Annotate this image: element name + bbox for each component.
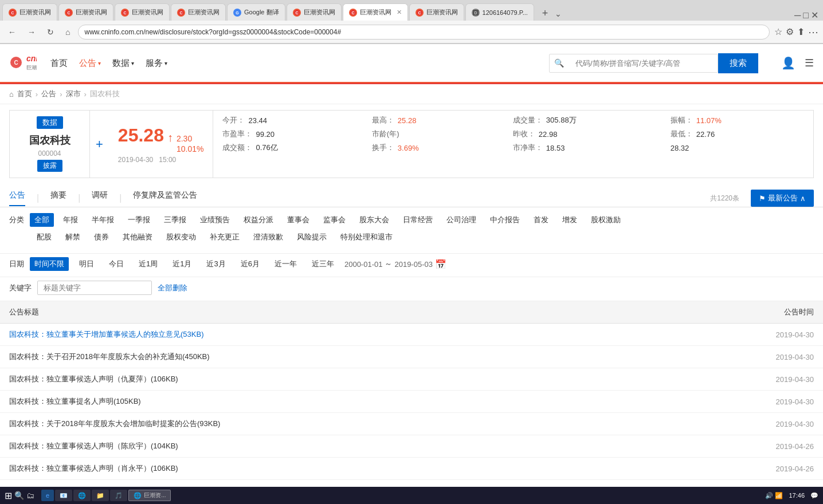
nav-service[interactable]: 服务 ▾ <box>146 58 167 69</box>
tab-suspend[interactable]: 停复牌及监管公告 <box>133 190 197 206</box>
cat-special[interactable]: 特别处理和退市 <box>336 230 397 244</box>
search-taskbar-icon[interactable]: 🔍 <box>14 491 24 500</box>
cat-all[interactable]: 全部 <box>30 213 54 227</box>
cat-ipo[interactable]: 首发 <box>529 213 553 227</box>
cat-q3[interactable]: 三季报 <box>159 213 191 227</box>
cat-clarification[interactable]: 澄清致歉 <box>249 230 288 244</box>
cat-equity-incentive[interactable]: 股权激励 <box>586 213 625 227</box>
date-1week[interactable]: 近1周 <box>134 257 162 271</box>
svg-text:巨潮资讯: 巨潮资讯 <box>26 65 37 70</box>
price-arrow: ↑ <box>167 131 173 144</box>
back-btn[interactable]: ← <box>5 25 19 39</box>
search-button[interactable]: 搜索 <box>718 53 758 73</box>
cat-bond[interactable]: 债券 <box>89 230 113 244</box>
nav-home[interactable]: 首页 <box>50 58 68 69</box>
cat-q1[interactable]: 一季报 <box>123 213 155 227</box>
taskbar-app1[interactable]: 🌐 <box>73 490 91 501</box>
calendar-icon[interactable]: 📅 <box>435 259 446 270</box>
address-input[interactable] <box>78 25 770 40</box>
cat-intermediary[interactable]: 中介报告 <box>485 213 524 227</box>
maximize-btn[interactable]: □ <box>803 10 809 21</box>
keyword-input[interactable] <box>37 281 152 295</box>
nav-announcement[interactable]: 公告 ▾ <box>79 58 101 69</box>
taskview-icon[interactable]: 🗂 <box>26 491 34 500</box>
taskbar-app2[interactable]: 📁 <box>92 490 109 501</box>
close-btn[interactable]: ✕ <box>811 10 818 21</box>
share-icon[interactable]: ⬆ <box>797 26 805 37</box>
menu-icon[interactable]: ⋯ <box>808 26 818 38</box>
new-tab-btn[interactable]: + <box>540 6 551 21</box>
taskbar-ie[interactable]: e <box>41 490 54 501</box>
nav-data[interactable]: 数据 ▾ <box>112 58 134 69</box>
follow-btn[interactable]: + <box>90 111 109 178</box>
tab-6[interactable]: C 巨潮资讯网 <box>287 3 342 21</box>
forward-btn[interactable]: → <box>24 25 39 39</box>
date-3months[interactable]: 近3月 <box>202 257 230 271</box>
tab-label-2: 巨潮资讯网 <box>76 8 107 17</box>
date-1year[interactable]: 近一年 <box>270 257 301 271</box>
cat-semi[interactable]: 半年报 <box>87 213 119 227</box>
change-abs: 2.30 <box>177 134 203 143</box>
tab-9[interactable]: D 1206164079.P... <box>465 3 534 21</box>
ann-title-text: 国农科技：独立董事候选人声明（陈欣宇）(104KB) <box>9 442 178 450</box>
cat-unlock[interactable]: 解禁 <box>61 230 85 244</box>
windows-start-icon[interactable]: ⊞ <box>5 490 12 501</box>
menu-icon[interactable]: ☰ <box>805 57 814 69</box>
user-icon[interactable]: 👤 <box>781 56 795 70</box>
home-btn[interactable]: ⌂ <box>62 25 73 39</box>
tab-research[interactable]: 调研 <box>92 190 108 206</box>
cat-equity-change[interactable]: 股权变动 <box>162 230 201 244</box>
tab-list-btn[interactable]: ⌄ <box>552 8 564 19</box>
notifications-icon[interactable]: 💬 <box>810 492 818 499</box>
date-range-sep: ～ <box>385 259 392 269</box>
tab-5[interactable]: G Google 翻译 <box>227 3 285 21</box>
stock-code: 000004 <box>38 149 61 158</box>
date-unlimited[interactable]: 时间不限 <box>30 257 69 271</box>
date-3years[interactable]: 近三年 <box>307 257 339 271</box>
refresh-btn[interactable]: ↻ <box>44 25 57 39</box>
category-row-1: 分类 全部 年报 半年报 一季报 三季报 业绩预告 权益分派 董事会 监事会 股… <box>9 213 814 227</box>
tab-close-7[interactable]: ✕ <box>397 9 402 16</box>
tab-announcement[interactable]: 公告 <box>9 190 25 206</box>
ann-title-link[interactable]: 国农科技：独立董事关于增加董事候选人的独立意见(53KB) <box>9 330 203 338</box>
logo[interactable]: C cnin 巨潮资讯 <box>9 51 37 75</box>
tab-1[interactable]: C 巨潮资讯网 <box>2 3 57 21</box>
clear-keywords-btn[interactable]: 全部删除 <box>158 283 187 293</box>
tab-2[interactable]: C 巨潮资讯网 <box>58 3 113 21</box>
date-6months[interactable]: 近6月 <box>236 257 264 271</box>
cat-rights[interactable]: 配股 <box>32 230 56 244</box>
cat-performance[interactable]: 业绩预告 <box>195 213 234 227</box>
taskbar-app3[interactable]: 🎵 <box>110 490 127 501</box>
tab-summary[interactable]: 摘要 <box>50 190 66 206</box>
breadcrumb-announcement[interactable]: 公告 <box>41 89 56 99</box>
breadcrumb-home[interactable]: 首页 <box>17 89 32 99</box>
cat-other-finance[interactable]: 其他融资 <box>118 230 157 244</box>
date-1month[interactable]: 近1月 <box>168 257 196 271</box>
cat-shareholders[interactable]: 股东大会 <box>355 213 394 227</box>
cat-add-issue[interactable]: 增发 <box>558 213 582 227</box>
cat-governance[interactable]: 公司治理 <box>442 213 481 227</box>
cat-supervisory[interactable]: 监事会 <box>319 213 350 227</box>
cat-annual[interactable]: 年报 <box>58 213 83 227</box>
tab-8[interactable]: C 巨潮资讯网 <box>409 3 464 21</box>
extensions-icon[interactable]: ⚙ <box>786 26 794 37</box>
cat-risk[interactable]: 风险提示 <box>292 230 331 244</box>
tab-4[interactable]: C 巨潮资讯网 <box>171 3 226 21</box>
latest-announcement-btn[interactable]: ⚑ 最新公告 ∧ <box>751 190 814 207</box>
breadcrumb-shenzhen[interactable]: 深市 <box>66 89 81 99</box>
cat-supplement[interactable]: 补充更正 <box>205 230 244 244</box>
taskbar-mail[interactable]: 📧 <box>55 490 72 501</box>
cat-board[interactable]: 董事会 <box>283 213 314 227</box>
taskbar-browser[interactable]: 🌐 巨潮资... <box>128 490 171 501</box>
cat-daily[interactable]: 日常经营 <box>398 213 437 227</box>
tab-bar: C 巨潮资讯网 C 巨潮资讯网 C 巨潮资讯网 C 巨潮资讯网 <box>0 0 823 21</box>
tab-3[interactable]: C 巨潮资讯网 <box>115 3 170 21</box>
tab-7[interactable]: C 巨潮资讯网 ✕ <box>343 3 408 21</box>
table-row: 国农科技：独立董事关于增加董事候选人的独立意见(53KB)2019-04-30 <box>0 324 823 346</box>
cat-equity-dist[interactable]: 权益分派 <box>239 213 278 227</box>
bookmark-icon[interactable]: ☆ <box>774 26 782 37</box>
search-input[interactable] <box>569 54 718 72</box>
date-tomorrow[interactable]: 明日 <box>75 257 99 271</box>
minimize-btn[interactable]: ─ <box>794 10 801 21</box>
date-today[interactable]: 今日 <box>104 257 128 271</box>
